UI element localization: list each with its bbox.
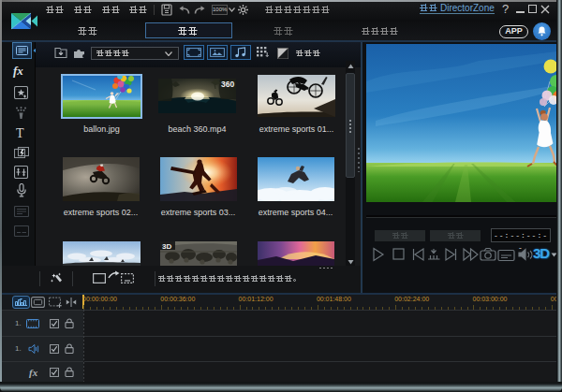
svg-text:3D: 3D <box>162 242 171 251</box>
svg-text:360: 360 <box>221 80 234 89</box>
